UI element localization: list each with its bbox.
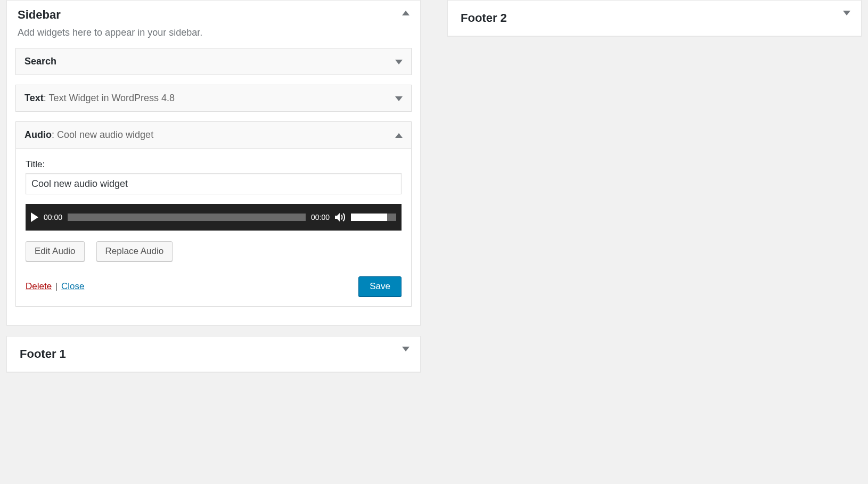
widget-area-footer2: Footer 2 xyxy=(447,0,862,36)
expand-icon xyxy=(843,8,850,18)
widget-area-title: Footer 1 xyxy=(20,347,407,361)
widget-audio-header[interactable]: Audio: Cool new audio widget xyxy=(16,122,411,149)
expand-icon xyxy=(395,57,403,67)
widget-actions: Delete | Close Save xyxy=(26,276,402,297)
widget-name: Audio: Cool new audio widget xyxy=(24,129,153,140)
widget-area-footer1-header[interactable]: Footer 1 xyxy=(7,337,420,372)
duration-time: 00:00 xyxy=(311,213,330,222)
widget-search-header[interactable]: Search xyxy=(16,48,411,75)
widget-area-sidebar-header[interactable]: Sidebar xyxy=(7,1,420,27)
widgets-list: Search Text: Text Widget in WordPress 4.… xyxy=(7,48,420,325)
widget-search: Search xyxy=(15,48,412,75)
expand-icon xyxy=(395,94,403,103)
widget-area-footer2-header[interactable]: Footer 2 xyxy=(448,1,861,36)
volume-icon[interactable] xyxy=(335,212,346,222)
collapse-icon xyxy=(395,130,403,140)
save-button[interactable]: Save xyxy=(358,276,402,297)
title-label: Title: xyxy=(26,159,402,170)
widget-text-header[interactable]: Text: Text Widget in WordPress 4.8 xyxy=(16,85,411,111)
title-input[interactable] xyxy=(26,173,402,194)
edit-audio-button[interactable]: Edit Audio xyxy=(26,241,85,261)
play-icon[interactable] xyxy=(31,212,38,222)
widget-text: Text: Text Widget in WordPress 4.8 xyxy=(15,85,412,112)
audio-player: 00:00 00:00 xyxy=(26,204,402,231)
widget-area-footer1: Footer 1 xyxy=(6,336,421,372)
action-links: Delete | Close xyxy=(26,281,85,292)
close-link[interactable]: Close xyxy=(61,281,84,291)
widget-audio-body: Title: 00:00 00:00 xyxy=(16,149,411,306)
widget-name: Text: Text Widget in WordPress 4.8 xyxy=(24,93,175,103)
volume-bar[interactable] xyxy=(351,214,396,221)
collapse-icon xyxy=(402,8,410,18)
widget-area-description: Add widgets here to appear in your sideb… xyxy=(7,27,420,48)
media-buttons: Edit Audio Replace Audio xyxy=(26,241,402,261)
widget-area-sidebar: Sidebar Add widgets here to appear in yo… xyxy=(6,0,421,325)
expand-icon xyxy=(402,344,410,354)
progress-bar[interactable] xyxy=(68,214,306,221)
widget-area-title: Sidebar xyxy=(18,8,410,22)
delete-link[interactable]: Delete xyxy=(26,281,52,291)
replace-audio-button[interactable]: Replace Audio xyxy=(96,241,173,261)
widget-area-title: Footer 2 xyxy=(461,11,848,25)
separator: | xyxy=(54,281,59,291)
widget-audio: Audio: Cool new audio widget Title: 00:0… xyxy=(15,121,412,307)
current-time: 00:00 xyxy=(44,213,62,222)
widget-name: Search xyxy=(24,56,56,67)
